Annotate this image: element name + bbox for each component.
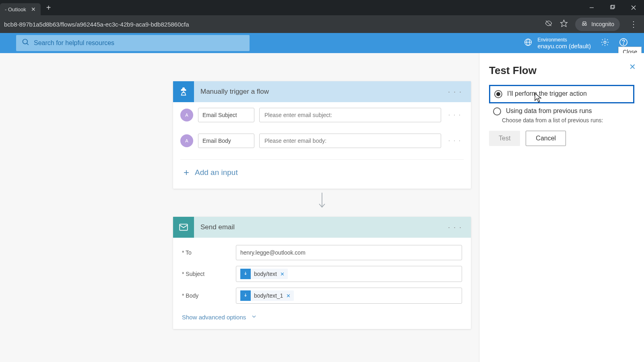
svg-rect-1 <box>611 6 614 9</box>
trigger-icon <box>173 81 194 102</box>
url-text[interactable]: bcb8-897b1a5d8b63/flows/a962445a-ec3c-42… <box>4 21 545 28</box>
environments-label: Environments <box>537 37 591 43</box>
maximize-icon[interactable] <box>602 0 623 15</box>
card-menu-icon[interactable]: · · · <box>439 223 471 232</box>
test-flow-panel: Test Flow ✕ I'll perform the trigger act… <box>479 53 644 362</box>
browser-menu-icon[interactable]: ⋮ <box>627 19 640 29</box>
connector-arrow-icon <box>317 192 327 211</box>
subject-field[interactable]: body/text ✕ <box>236 266 462 282</box>
subject-row: * Subject body/text ✕ <box>182 266 462 282</box>
settings-icon[interactable] <box>601 38 609 49</box>
token-remove-icon[interactable]: ✕ <box>280 271 285 277</box>
eye-off-icon[interactable] <box>545 19 553 29</box>
param-name[interactable]: Email Body <box>198 134 254 148</box>
to-row: * To henry.legge@outlook.com <box>182 245 462 260</box>
tab-close-icon[interactable]: ✕ <box>31 6 36 12</box>
token-label: body/text <box>254 271 277 277</box>
browser-tab-strip: - Outlook ✕ + <box>0 0 644 15</box>
trigger-input-row: A Email Subject · · · <box>180 108 464 122</box>
radio-icon <box>494 90 502 98</box>
show-advanced-button[interactable]: Show advanced options <box>182 309 462 329</box>
text-type-icon: A <box>180 109 193 121</box>
add-input-button[interactable]: + Add an input <box>180 160 464 189</box>
incognito-label: Incognito <box>591 21 614 27</box>
send-email-card: Send email · · · * To henry.legge@outloo… <box>173 217 471 329</box>
to-value: henry.legge@outlook.com <box>240 249 305 256</box>
svg-point-17 <box>183 91 184 92</box>
svg-point-14 <box>604 41 606 43</box>
body-field[interactable]: body/text_1 ✕ <box>236 288 462 304</box>
svg-rect-19 <box>180 224 188 230</box>
close-window-icon[interactable] <box>623 0 644 15</box>
row-menu-icon[interactable]: · · · <box>446 137 464 144</box>
environment-value: enayu.com (default) <box>537 43 591 49</box>
plus-icon: + <box>184 167 189 178</box>
body-label: * Body <box>182 292 230 299</box>
cancel-button[interactable]: Cancel <box>526 131 566 146</box>
to-label: * To <box>182 249 230 256</box>
environment-selector[interactable]: Environments enayu.com (default) <box>524 37 591 49</box>
trigger-title: Manually trigger a flow <box>200 88 433 96</box>
search-input[interactable] <box>34 39 244 47</box>
new-tab-button-icon[interactable]: + <box>46 3 51 12</box>
star-icon[interactable] <box>560 19 568 29</box>
to-field[interactable]: henry.legge@outlook.com <box>236 245 462 260</box>
send-title: Send email <box>200 223 433 231</box>
window-controls <box>581 0 644 15</box>
param-value-input[interactable] <box>259 134 441 148</box>
panel-title: Test Flow <box>489 64 634 77</box>
add-input-label: Add an input <box>195 168 238 177</box>
param-name[interactable]: Email Subject <box>198 108 254 122</box>
panel-close-icon[interactable]: ✕ <box>629 62 636 72</box>
browser-tab[interactable]: - Outlook ✕ <box>0 3 41 15</box>
svg-marker-6 <box>561 20 568 27</box>
radio-subtext: Choose data from a list of previous runs… <box>502 117 634 123</box>
svg-point-16 <box>623 43 623 44</box>
text-type-icon: A <box>180 134 193 147</box>
svg-point-8 <box>585 24 587 26</box>
dynamic-token[interactable]: body/text ✕ <box>240 269 288 279</box>
token-remove-icon[interactable]: ✕ <box>286 293 291 299</box>
trigger-input-row: A Email Body · · · <box>180 134 464 148</box>
mail-icon <box>173 217 194 238</box>
incognito-icon <box>581 20 588 29</box>
send-card-header[interactable]: Send email · · · <box>173 217 471 238</box>
search-box[interactable] <box>16 35 250 51</box>
address-bar: bcb8-897b1a5d8b63/flows/a962445a-ec3c-42… <box>0 15 644 33</box>
svg-point-9 <box>23 39 28 44</box>
app-header: Environments enayu.com (default) Close <box>0 33 644 53</box>
test-button[interactable]: Test <box>489 131 520 146</box>
radio-manual-trigger[interactable]: I'll perform the trigger action <box>489 85 634 103</box>
card-menu-icon[interactable]: · · · <box>439 88 471 96</box>
trigger-card: Manually trigger a flow · · · A Email Su… <box>173 81 471 189</box>
radio-icon <box>493 107 501 115</box>
token-label: body/text_1 <box>254 292 283 299</box>
token-icon <box>240 290 251 301</box>
param-value-input[interactable] <box>259 108 441 122</box>
globe-icon <box>524 38 533 49</box>
svg-point-7 <box>582 24 584 26</box>
svg-rect-2 <box>611 5 615 8</box>
dynamic-token[interactable]: body/text_1 ✕ <box>240 290 294 301</box>
search-icon <box>22 38 30 48</box>
token-icon <box>240 269 251 279</box>
body-row: * Body body/text_1 ✕ <box>182 288 462 304</box>
radio-label: Using data from previous runs <box>506 107 592 115</box>
trigger-card-header[interactable]: Manually trigger a flow · · · <box>173 81 471 102</box>
chevron-down-icon <box>251 313 257 321</box>
svg-line-10 <box>27 43 29 45</box>
tab-title: - Outlook <box>5 6 26 12</box>
minimize-icon[interactable] <box>581 0 602 15</box>
incognito-badge[interactable]: Incognito <box>575 18 620 31</box>
advanced-label: Show advanced options <box>182 314 246 321</box>
subject-label: * Subject <box>182 271 230 277</box>
row-menu-icon[interactable]: · · · <box>446 111 464 119</box>
radio-label: I'll perform the trigger action <box>507 90 587 97</box>
